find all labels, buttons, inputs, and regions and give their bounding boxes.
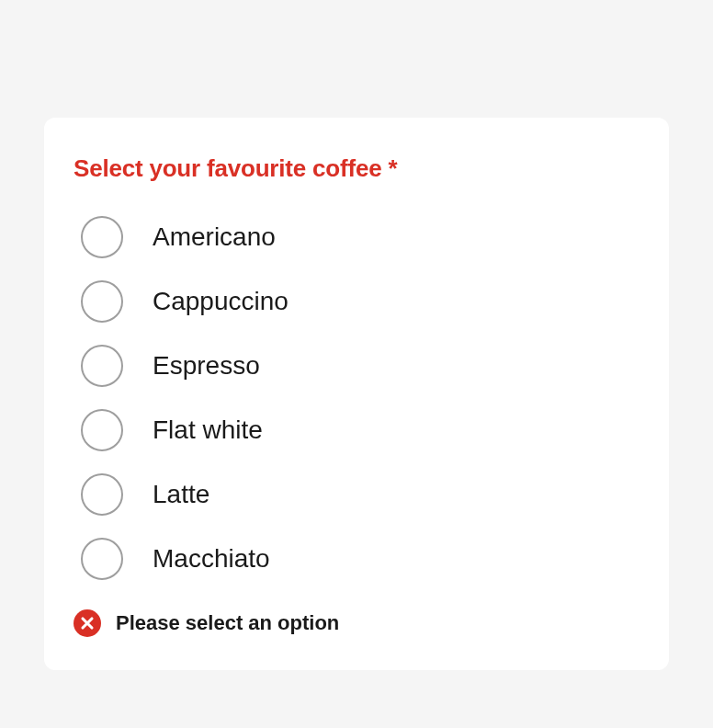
radio-group: Americano Cappuccino Espresso Flat white…	[74, 216, 639, 580]
radio-circle-icon	[81, 473, 123, 516]
error-text: Please select an option	[116, 611, 339, 635]
radio-circle-icon	[81, 216, 123, 258]
radio-option-latte[interactable]: Latte	[81, 473, 639, 516]
option-label: Cappuccino	[153, 287, 289, 316]
radio-option-espresso[interactable]: Espresso	[81, 345, 639, 387]
radio-option-flat-white[interactable]: Flat white	[81, 409, 639, 451]
radio-option-macchiato[interactable]: Macchiato	[81, 538, 639, 580]
option-label: Macchiato	[153, 544, 270, 574]
radio-circle-icon	[81, 538, 123, 580]
radio-circle-icon	[81, 280, 123, 323]
radio-circle-icon	[81, 345, 123, 387]
field-label: Select your favourite coffee *	[74, 154, 639, 183]
option-label: Americano	[153, 222, 276, 252]
error-icon	[74, 609, 101, 637]
radio-option-americano[interactable]: Americano	[81, 216, 639, 258]
radio-circle-icon	[81, 409, 123, 451]
option-label: Espresso	[153, 351, 260, 381]
form-card: Select your favourite coffee * Americano…	[44, 118, 669, 670]
option-label: Latte	[153, 480, 209, 509]
error-message: Please select an option	[74, 609, 639, 637]
radio-option-cappuccino[interactable]: Cappuccino	[81, 280, 639, 323]
option-label: Flat white	[153, 415, 263, 445]
